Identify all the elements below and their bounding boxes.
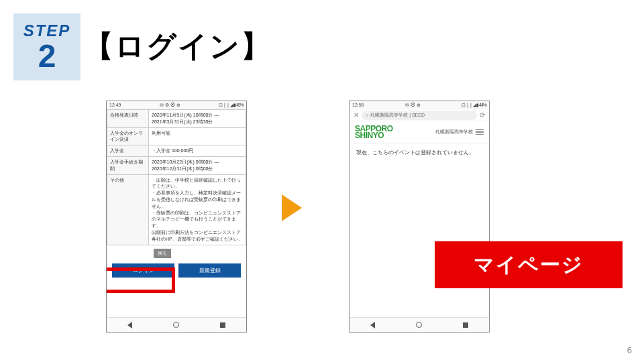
table-row: 入学金手続き期間2020年10月22日(木) 0時00分 — 2020年12月3… <box>107 156 246 174</box>
status-icons-r: ⊡ ❘❘ ◢ ▮ 45% <box>219 103 244 108</box>
school-logo: SAPPORO SHINYO <box>355 125 393 139</box>
step-badge: STEP 2 <box>13 13 80 80</box>
register-button[interactable]: 新規登録 <box>178 263 241 278</box>
status-icons-r: ⊡ ❘❘ ◢ ▮ 44% <box>462 103 486 108</box>
status-icons-l: ✉ ⦿ ⊕ <box>405 103 421 108</box>
nav-home-icon[interactable] <box>173 322 179 328</box>
status-icons-l: ✉ ⚙ ⦿ ⊕ <box>160 103 180 108</box>
nav-back-icon[interactable] <box>370 322 375 328</box>
url-bar[interactable]: 札幌新陽高等学校 | SEED <box>362 111 477 120</box>
nav-back-icon[interactable] <box>127 322 132 328</box>
page-title: 【ログイン】 <box>84 27 272 66</box>
row-label: 入学金のオンライン決済 <box>107 127 149 145</box>
row-label: 入学金手続き期間 <box>107 156 149 174</box>
hamburger-icon[interactable] <box>476 129 484 135</box>
row-value: 利用可能 <box>149 127 246 145</box>
statusbar-left: 12:49 ✉ ⚙ ⦿ ⊕ ⊡ ❘❘ ◢ ▮ 45% <box>107 101 246 109</box>
close-icon[interactable]: ✕ <box>354 111 359 119</box>
android-navbar <box>107 317 246 332</box>
browser-bar: ✕ 札幌新陽高等学校 | SEED ⟳ <box>350 109 489 121</box>
nav-recent-icon[interactable] <box>220 322 225 328</box>
android-navbar <box>350 317 489 332</box>
step-label: STEP <box>23 21 71 40</box>
row-value: ・出願は、中学校と最終確認した上で行ってください。 ・必要事項を入力し、検定料決… <box>149 174 246 245</box>
reload-icon[interactable]: ⟳ <box>480 111 485 119</box>
mypage-callout: マイページ <box>435 241 623 288</box>
page-number: 6 <box>627 345 632 355</box>
row-label: 入学金 <box>107 145 149 157</box>
phone-body-left: 合格発表日時2020年11月5日(木) 10時00分 — 2021年3月31日(… <box>107 109 246 317</box>
row-value: ・入学金 100,000円 <box>149 145 246 157</box>
logo-line2: SHINYO <box>355 132 393 139</box>
status-time: 12:56 <box>352 103 364 107</box>
arrow-right-icon <box>282 194 302 221</box>
nav-recent-icon[interactable] <box>463 322 468 328</box>
url-text: 札幌新陽高等学校 | SEED <box>370 112 425 119</box>
highlight-frame <box>107 267 175 293</box>
table-row: 入学金のオンライン決済利用可能 <box>107 127 246 145</box>
table-row: 入学金・入学金 100,000円 <box>107 145 246 157</box>
nav-home-icon[interactable] <box>416 322 422 328</box>
status-time: 12:49 <box>109 103 121 107</box>
row-label: その他 <box>107 174 149 245</box>
row-value: 2020年11月5日(木) 10時00分 — 2021年3月31日(水) 23時… <box>149 110 246 128</box>
school-name-small: 札幌新陽高等学校 <box>435 129 473 135</box>
info-table: 合格発表日時2020年11月5日(木) 10時00分 — 2021年3月31日(… <box>107 109 246 245</box>
site-header: SAPPORO SHINYO 札幌新陽高等学校 <box>350 121 489 143</box>
statusbar-right: 12:56 ✉ ⦿ ⊕ ⊡ ❘❘ ◢ ▮ 44% <box>350 101 489 109</box>
table-row: 合格発表日時2020年11月5日(木) 10時00分 — 2021年3月31日(… <box>107 110 246 128</box>
back-button[interactable]: 戻る <box>154 249 171 258</box>
empty-message: 現在、こちらのイベントは登録されていません。 <box>350 143 489 162</box>
phone-right: 12:56 ✉ ⦿ ⊕ ⊡ ❘❘ ◢ ▮ 44% ✕ 札幌新陽高等学校 | SE… <box>349 101 490 333</box>
table-row: その他・出願は、中学校と最終確認した上で行ってください。 ・必要事項を入力し、検… <box>107 174 246 245</box>
row-value: 2020年10月22日(木) 0時00分 — 2020年12月31日(木) 0時… <box>149 156 246 174</box>
phone-left: 12:49 ✉ ⚙ ⦿ ⊕ ⊡ ❘❘ ◢ ▮ 45% 合格発表日時2020年11… <box>106 101 247 333</box>
row-label: 合格発表日時 <box>107 110 149 128</box>
step-number: 2 <box>38 40 56 72</box>
